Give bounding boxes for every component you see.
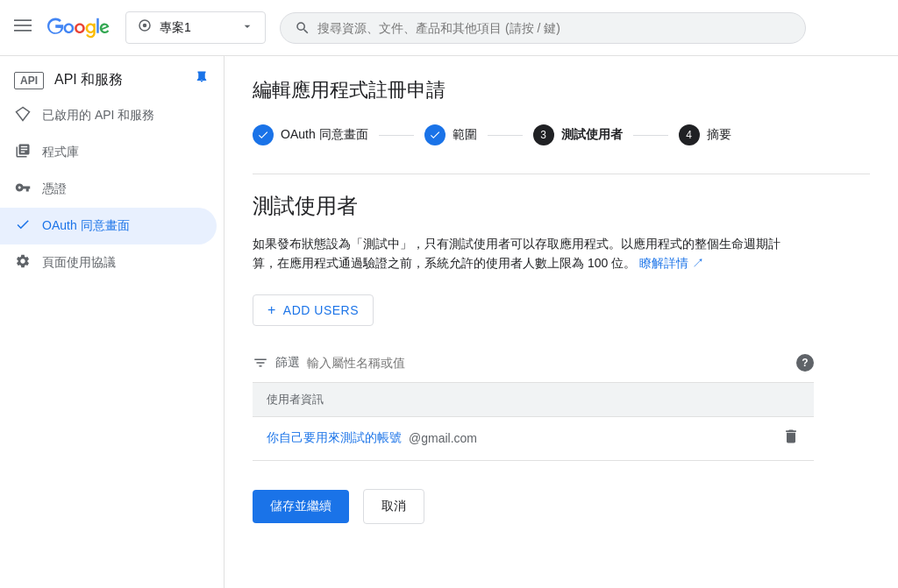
table-row: 你自己要用來測試的帳號 @gmail.com — [253, 417, 814, 461]
table-header: 使用者資訊 — [253, 383, 814, 417]
key-icon — [14, 180, 32, 199]
sidebar-item-oauth[interactable]: OAuth 同意畫面 — [0, 208, 217, 244]
search-input[interactable] — [317, 21, 791, 35]
sidebar-item-label-credentials: 憑證 — [42, 181, 67, 197]
sidebar-item-label-enabled-apis: 已啟用的 API 和服務 — [42, 108, 154, 124]
step-label-scope: 範圍 — [453, 127, 477, 143]
add-users-button[interactable]: + ADD USERS — [253, 294, 374, 326]
step-num-summary: 4 — [679, 124, 700, 145]
svg-point-3 — [143, 24, 147, 28]
add-users-label: ADD USERS — [283, 303, 359, 317]
step-check-scope — [424, 124, 445, 145]
svg-rect-1 — [14, 25, 32, 26]
step-label-test-users: 測試使用者 — [561, 127, 623, 143]
diamond-icon — [14, 106, 32, 125]
step-label-summary: 摘要 — [707, 127, 731, 143]
sidebar-item-enabled-apis[interactable]: 已啟用的 API 和服務 — [0, 97, 217, 134]
action-buttons: 儲存並繼續 取消 — [253, 489, 870, 524]
learn-more-link[interactable]: 瞭解詳情 ↗ — [639, 256, 704, 270]
section-description: 如果發布狀態設為「測試中」，只有測試使用者可以存取應用程式。以應用程式的整個生命… — [253, 234, 796, 273]
external-link-icon: ↗ — [692, 256, 704, 270]
step-divider-3 — [633, 135, 668, 136]
step-test-users: 3 測試使用者 — [533, 124, 623, 145]
project-name: 專案1 — [160, 20, 191, 36]
step-num-test-users: 3 — [533, 124, 554, 145]
top-nav: 專案1 — [0, 0, 898, 56]
library-icon — [14, 143, 32, 162]
page-title: 編輯應用程式註冊申請 — [253, 77, 870, 103]
google-cloud-logo — [46, 18, 111, 39]
step-label-oauth: OAuth 同意畫面 — [281, 127, 368, 143]
filter-input[interactable] — [307, 356, 789, 370]
filter-row: 篩選 ? — [253, 354, 814, 383]
project-icon — [137, 18, 153, 38]
sidebar-item-label-domain: 頁面使用協議 — [42, 255, 116, 271]
steps-wizard: OAuth 同意畫面 範圍 3 測試使用者 4 摘要 — [253, 124, 870, 145]
oauth-icon — [14, 216, 32, 236]
sidebar-item-credentials[interactable]: 憑證 — [0, 171, 217, 208]
sidebar-title: API 和服務 — [54, 71, 123, 89]
delete-user-icon[interactable] — [782, 428, 800, 450]
api-badge: API — [14, 72, 44, 89]
filter-icon — [253, 355, 268, 371]
settings-icon — [14, 253, 32, 273]
svg-rect-0 — [14, 19, 32, 21]
pin-icon — [194, 70, 210, 90]
sidebar-item-library[interactable]: 程式庫 — [0, 134, 217, 171]
plus-icon: + — [267, 302, 276, 318]
svg-rect-2 — [14, 30, 32, 32]
sidebar: API API 和服務 已啟用的 API 和服務 程式庫 憑證 — [0, 56, 224, 588]
table-header-label: 使用者資訊 — [267, 393, 324, 406]
filter-help-icon[interactable]: ? — [796, 354, 814, 372]
step-divider-2 — [488, 135, 523, 136]
step-check-oauth — [253, 124, 274, 145]
filter-label: 篩選 — [275, 355, 300, 371]
sidebar-item-domain[interactable]: 頁面使用協議 — [0, 244, 217, 281]
sidebar-header: API API 和服務 — [0, 56, 224, 97]
dropdown-arrow-icon — [240, 19, 254, 36]
section-title: 測試使用者 — [253, 192, 870, 220]
sidebar-item-label-oauth: OAuth 同意畫面 — [42, 218, 130, 234]
search-bar[interactable] — [280, 12, 806, 44]
search-icon — [295, 20, 310, 36]
user-email-link[interactable]: 你自己要用來測試的帳號 — [267, 430, 402, 446]
project-selector[interactable]: 專案1 — [125, 11, 266, 44]
user-gmail-suffix: @gmail.com — [409, 431, 477, 445]
cancel-button[interactable]: 取消 — [363, 489, 424, 524]
hamburger-icon[interactable] — [14, 17, 32, 39]
main-layout: API API 和服務 已啟用的 API 和服務 程式庫 憑證 — [0, 56, 898, 588]
main-content: 編輯應用程式註冊申請 OAuth 同意畫面 範圍 3 測試使用者 — [224, 56, 898, 588]
step-oauth-consent: OAuth 同意畫面 — [253, 124, 368, 145]
save-continue-button[interactable]: 儲存並繼續 — [253, 490, 349, 523]
step-scope: 範圍 — [424, 124, 477, 145]
content-divider — [253, 174, 870, 174]
step-summary: 4 摘要 — [679, 124, 731, 145]
step-divider-1 — [379, 135, 414, 136]
sidebar-item-label-library: 程式庫 — [42, 145, 79, 160]
